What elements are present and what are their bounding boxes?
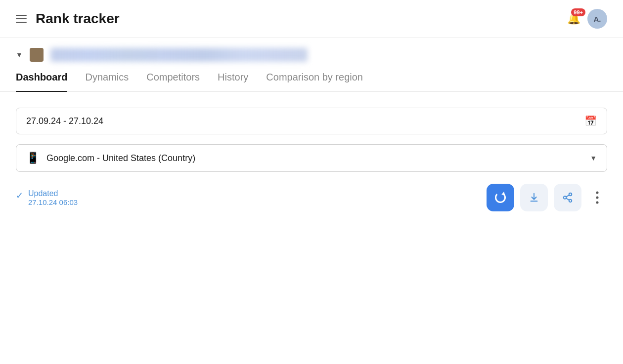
header: Rank tracker 🔔 99+ A. [0, 0, 623, 38]
search-engine-dropdown[interactable]: 📱 Google.com - United States (Country) ▼ [16, 144, 607, 172]
action-row: ✓ Updated 27.10.24 06:03 [16, 184, 607, 211]
search-engine-left: 📱 Google.com - United States (Country) [26, 152, 195, 164]
update-status: ✓ Updated 27.10.24 06:03 [16, 189, 78, 206]
tab-dynamics[interactable]: Dynamics [85, 72, 129, 92]
calendar-icon: 📅 [584, 115, 597, 127]
check-icon: ✓ [16, 190, 23, 201]
project-row: ▼ [0, 38, 623, 72]
date-range-value: 27.09.24 - 27.10.24 [26, 116, 103, 126]
action-buttons [487, 184, 607, 211]
page-title: Rank tracker [36, 11, 120, 27]
tab-dashboard[interactable]: Dashboard [16, 72, 67, 92]
download-button[interactable] [520, 184, 548, 211]
main-content: 27.09.24 - 27.10.24 📅 📱 Google.com - Uni… [0, 92, 623, 227]
notification-button[interactable]: 🔔 99+ [567, 12, 580, 25]
date-range-picker[interactable]: 27.09.24 - 27.10.24 📅 [16, 108, 607, 134]
nav-tabs: Dashboard Dynamics Competitors History C… [0, 72, 623, 92]
hamburger-menu-button[interactable] [16, 15, 27, 23]
more-options-button[interactable] [587, 184, 607, 211]
search-engine-value: Google.com - United States (Country) [46, 153, 195, 163]
svg-line-4 [566, 195, 569, 197]
header-left: Rank tracker [16, 11, 120, 27]
device-icon: 📱 [26, 152, 40, 164]
updated-timestamp: 27.10.24 06:03 [28, 198, 78, 206]
update-info: Updated 27.10.24 06:03 [28, 189, 78, 206]
svg-point-6 [596, 197, 599, 199]
project-chevron-icon[interactable]: ▼ [16, 51, 23, 59]
tab-comparison[interactable]: Comparison by region [266, 72, 363, 92]
svg-point-7 [596, 202, 599, 204]
project-favicon [30, 48, 44, 62]
dropdown-chevron-icon: ▼ [590, 154, 597, 162]
refresh-button[interactable] [487, 184, 514, 211]
svg-point-5 [596, 192, 599, 194]
updated-label: Updated [28, 189, 78, 198]
avatar[interactable]: A. [587, 9, 607, 29]
notification-badge: 99+ [571, 8, 585, 16]
share-icon [562, 192, 573, 203]
download-icon [529, 192, 539, 203]
tab-history[interactable]: History [218, 72, 248, 92]
more-vertical-icon [596, 191, 599, 204]
refresh-icon [495, 192, 506, 203]
tab-competitors[interactable]: Competitors [146, 72, 200, 92]
header-right: 🔔 99+ A. [567, 9, 607, 29]
svg-line-3 [566, 198, 569, 200]
share-button[interactable] [554, 184, 581, 211]
project-name[interactable] [50, 48, 308, 62]
